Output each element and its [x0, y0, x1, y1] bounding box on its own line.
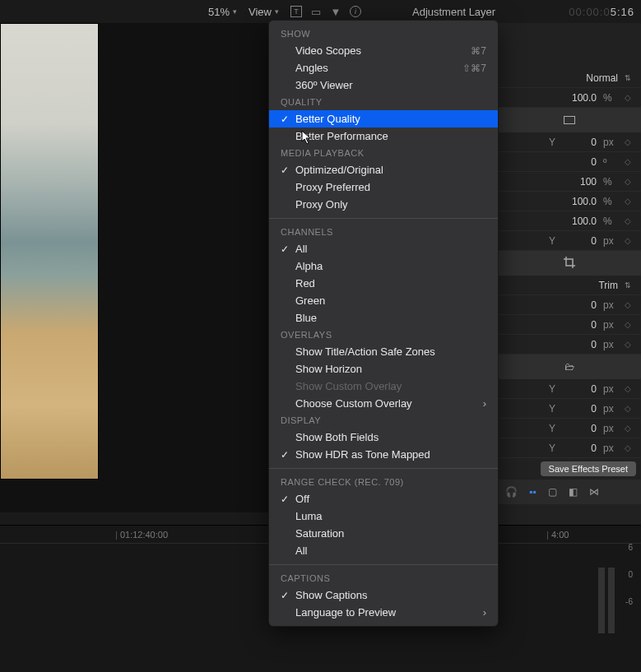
axis-label: Y: [549, 443, 555, 454]
keyframe-icon[interactable]: ◇: [625, 424, 631, 433]
blend-mode-row[interactable]: Normal ⇅: [497, 68, 641, 88]
menu-separator: [269, 218, 498, 219]
keyframe-icon[interactable]: ◇: [625, 404, 631, 413]
keyframe-icon[interactable]: ◇: [625, 340, 631, 349]
inspector-value-row[interactable]: 0 º ◇: [497, 152, 641, 172]
headphones-icon[interactable]: 🎧: [505, 486, 518, 498]
keyframe-icon[interactable]: ◇: [625, 137, 631, 146]
inspector-value-row[interactable]: Y 0 px ◇: [497, 231, 641, 251]
inspector-value-row[interactable]: Y 0 px ◇: [497, 132, 641, 152]
menu-item[interactable]: Green: [269, 292, 498, 309]
window-icon[interactable]: ◧: [569, 486, 578, 498]
save-effects-preset-button[interactable]: Save Effects Preset: [541, 461, 636, 476]
menu-item[interactable]: Choose Custom Overlay ›: [269, 395, 498, 412]
menu-item[interactable]: Show Horizon: [269, 360, 498, 378]
menu-item[interactable]: Red: [269, 275, 498, 292]
menu-item[interactable]: Alpha: [269, 257, 498, 275]
screen-icon[interactable]: ▢: [548, 486, 557, 498]
menu-item[interactable]: Video Scopes ⌘7: [269, 42, 498, 59]
menu-item[interactable]: Proxy Preferred: [269, 178, 498, 196]
ruler-tick: 01:12:40:00: [115, 530, 168, 540]
row-value: 100: [562, 176, 597, 188]
keyframe-icon[interactable]: ◇: [625, 216, 631, 225]
menu-item[interactable]: ✓ Show Captions: [269, 586, 498, 604]
text-overlay-icon[interactable]: T: [290, 6, 302, 17]
keyframe-icon[interactable]: ◇: [625, 443, 631, 452]
transform-header: [497, 108, 641, 132]
row-value: 100.0: [562, 196, 597, 207]
menu-item[interactable]: Show Title/Action Safe Zones: [269, 343, 498, 360]
keyframe-icon[interactable]: ◇: [625, 177, 631, 186]
menu-item[interactable]: Saturation: [269, 525, 498, 542]
inspector-value-row[interactable]: 100.0 % ◇: [497, 192, 641, 211]
menu-section-header: MEDIA PLAYBACK: [269, 145, 498, 161]
menu-item[interactable]: ✓ Show HDR as Tone Mapped: [269, 446, 498, 463]
opacity-unit: %: [603, 92, 618, 104]
menu-item-label: Language to Preview: [295, 606, 396, 619]
menu-item[interactable]: ✓ Better Quality: [269, 110, 498, 127]
menu-item[interactable]: All: [269, 542, 498, 559]
row-value: 0: [562, 137, 597, 148]
menu-item-label: Show HDR as Tone Mapped: [295, 448, 430, 461]
crop-header: [497, 251, 641, 276]
zoom-dropdown[interactable]: 51% ▾: [208, 6, 237, 18]
row-value: 0: [562, 383, 597, 395]
row-unit: px: [603, 299, 618, 311]
row-unit: %: [603, 216, 618, 227]
keyframe-icon[interactable]: ◇: [625, 320, 631, 329]
inspector-value-row[interactable]: 100.0 % ◇: [497, 211, 641, 231]
keyframe-icon[interactable]: ◇: [625, 384, 631, 393]
keyframe-icon[interactable]: ◇: [625, 197, 631, 206]
crop-icon: [563, 256, 576, 271]
inspector-value-row[interactable]: Y 0 px ◇: [497, 379, 641, 399]
menu-item[interactable]: ✓ All: [269, 240, 498, 257]
inspector-value-row[interactable]: 0 px ◇: [497, 295, 641, 315]
menu-item[interactable]: Show Both Fields: [269, 429, 498, 446]
inspector-value-row[interactable]: 0 px ◇: [497, 335, 641, 355]
axis-label: Y: [549, 423, 555, 434]
menu-section-header: OVERLAYS: [269, 327, 498, 343]
inspector-value-row[interactable]: 100 % ◇: [497, 172, 641, 192]
menu-item[interactable]: Blue: [269, 309, 498, 327]
inspector-value-row[interactable]: Y 0 px ◇: [497, 438, 641, 458]
row-unit: px: [603, 443, 618, 454]
chevron-right-icon: ›: [483, 606, 486, 619]
menu-item[interactable]: Angles ⇧⌘7: [269, 59, 498, 76]
scopes-icon[interactable]: ▪▪: [529, 486, 536, 498]
opacity-row[interactable]: 100.0 % ◇: [497, 88, 641, 108]
keyframe-icon[interactable]: ◇: [625, 300, 631, 309]
row-value: 0: [562, 156, 597, 168]
position-rows: Y 0 px ◇ Y 0 px ◇ Y 0 px ◇ Y 0 px ◇: [497, 379, 641, 458]
menu-item-label: Luma: [295, 510, 323, 522]
row-unit: px: [603, 339, 618, 350]
menu-item[interactable]: Proxy Only: [269, 196, 498, 213]
menu-item-label: Show Captions: [295, 589, 367, 601]
view-dropdown[interactable]: View ▾: [249, 6, 279, 18]
row-unit: px: [603, 137, 618, 148]
menu-item-label: Show Title/Action Safe Zones: [295, 345, 435, 358]
menu-separator: [269, 468, 498, 469]
menu-item-label: Show Horizon: [295, 363, 362, 375]
menu-item[interactable]: Language to Preview ›: [269, 604, 498, 621]
keyframe-icon[interactable]: ◇: [625, 93, 631, 102]
menu-item[interactable]: 360º Viewer: [269, 76, 498, 94]
rectangle-icon: [564, 116, 575, 124]
menu-item[interactable]: Luma: [269, 507, 498, 525]
menu-shortcut: ⇧⌘7: [462, 63, 486, 74]
film-icon[interactable]: ▭: [310, 6, 322, 17]
skimming-icon[interactable]: ⋈: [589, 486, 599, 498]
trim-mode-row[interactable]: Trim ⇅: [497, 276, 641, 295]
filter-icon[interactable]: ▼: [330, 6, 341, 17]
menu-item[interactable]: ✓ Off: [269, 490, 498, 507]
info-icon[interactable]: i: [350, 6, 361, 17]
row-unit: %: [603, 176, 618, 188]
keyframe-icon[interactable]: ◇: [625, 236, 631, 245]
keyframe-icon[interactable]: ◇: [625, 157, 631, 166]
inspector-value-row[interactable]: Y 0 px ◇: [497, 419, 641, 438]
view-label: View: [249, 6, 272, 18]
inspector-value-row[interactable]: Y 0 px ◇: [497, 399, 641, 419]
inspector-value-row[interactable]: 0 px ◇: [497, 315, 641, 335]
menu-item-label: 360º Viewer: [295, 79, 353, 91]
menu-item[interactable]: Better Performance: [269, 127, 498, 145]
menu-item[interactable]: ✓ Optimized/Original: [269, 161, 498, 178]
